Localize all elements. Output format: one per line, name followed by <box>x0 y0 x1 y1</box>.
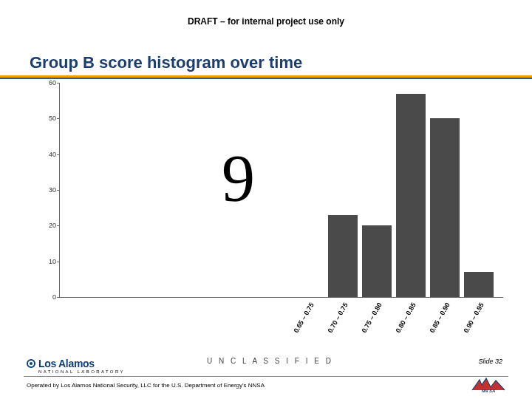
bar <box>430 118 460 297</box>
x-tick-label: 0.70 – 0.75 <box>326 301 349 334</box>
operated-by-text: Operated by Los Alamos National Security… <box>27 382 265 389</box>
classification-label: U N C L A S S I F I E D <box>207 357 333 365</box>
draft-banner: DRAFT – for internal project use only <box>0 16 532 27</box>
bar <box>328 215 358 297</box>
bars-container: 0.65 – 0.750.70 – 0.750.75 – 0.800.80 – … <box>60 83 503 297</box>
slide-number: Slide 32 <box>478 358 502 365</box>
y-tick-label: 20 <box>38 222 56 229</box>
bar <box>464 272 494 297</box>
y-tick-mark <box>57 154 60 155</box>
y-tick-mark <box>57 118 60 119</box>
y-tick-label: 50 <box>38 115 56 122</box>
y-tick-mark <box>57 225 60 226</box>
y-tick-label: 10 <box>38 258 56 265</box>
y-tick-label: 60 <box>38 79 56 86</box>
histogram-chart: 0.65 – 0.750.70 – 0.750.75 – 0.800.80 – … <box>44 83 502 319</box>
bar-slot: 0.80 – 0.85 <box>396 94 426 298</box>
y-tick-label: 0 <box>38 293 56 301</box>
bar-slot: 0.85 – 0.90 <box>430 118 460 297</box>
x-tick-label: 0.90 – 0.95 <box>462 301 485 334</box>
plot-area: 0.65 – 0.750.70 – 0.750.75 – 0.800.80 – … <box>59 83 503 298</box>
y-tick-mark <box>57 297 60 298</box>
y-tick-label: 40 <box>38 151 56 158</box>
bar <box>396 94 426 298</box>
y-tick-label: 30 <box>38 186 56 194</box>
footer-divider <box>24 376 508 377</box>
title-underline <box>0 75 532 80</box>
footer: Los Alamos NATIONAL LABORATORY U N C L A… <box>0 347 532 399</box>
svg-text:NN SA: NN SA <box>482 389 496 393</box>
bar-slot: 0.70 – 0.75 <box>328 215 358 297</box>
y-tick-mark <box>57 262 60 262</box>
y-tick-mark <box>57 83 60 83</box>
x-tick-label: 0.85 – 0.90 <box>428 301 451 334</box>
page-title: Group B score histogram over time <box>30 53 302 72</box>
logo-subtext: NATIONAL LABORATORY <box>38 369 137 374</box>
x-tick-label: 0.65 – 0.75 <box>292 301 315 334</box>
bar-slot: 0.90 – 0.95 <box>464 272 494 297</box>
bar-slot: 0.75 – 0.80 <box>362 225 392 297</box>
nnsa-logo: NN SA <box>471 377 505 393</box>
logo-text: Los Alamos <box>38 358 95 369</box>
x-tick-label: 0.75 – 0.80 <box>360 301 383 334</box>
x-tick-label: 0.80 – 0.85 <box>394 301 417 334</box>
bar <box>362 225 392 297</box>
logo-mark-icon <box>27 359 35 368</box>
y-tick-mark <box>57 190 60 191</box>
lanl-logo: Los Alamos NATIONAL LABORATORY <box>27 358 137 374</box>
overlay-number: 9 <box>222 140 255 216</box>
